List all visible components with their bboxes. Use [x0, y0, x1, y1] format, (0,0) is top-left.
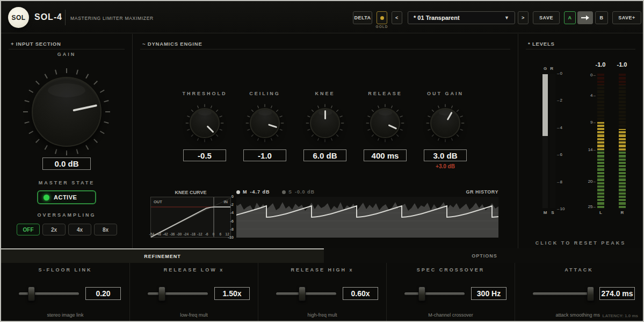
spec-crossover-slider-track[interactable]: [404, 292, 465, 295]
arrow-right-icon: [581, 15, 590, 20]
release-knob-pointer: [388, 124, 397, 130]
out-gain-knob[interactable]: [422, 100, 468, 146]
level-meter-r: [619, 73, 626, 208]
release-value[interactable]: 400 ms: [364, 149, 407, 161]
attack-slider-handle[interactable]: [587, 287, 594, 301]
release-low-slider-handle[interactable]: [158, 287, 165, 301]
reset-peaks-hint[interactable]: CLICK TO RESET PEAKS: [518, 240, 643, 246]
plugin-window: SOL SOL- 4 MASTERING LIMITER MAXIMIZER D…: [0, 0, 644, 322]
knee-knob[interactable]: [302, 100, 348, 146]
tab-options[interactable]: OPTIONS: [324, 248, 644, 263]
gr-m-tag: M: [542, 210, 548, 215]
ab-slot-a-button[interactable]: A: [564, 11, 576, 24]
s-channel-dot-icon: [282, 190, 286, 194]
ab-slot-b-button[interactable]: B: [595, 11, 608, 24]
oversampling-8x-button[interactable]: 8x: [94, 224, 117, 235]
s-channel-legend[interactable]: S -0.0 dB: [282, 189, 315, 195]
spec-crossover-value[interactable]: 300 Hz: [471, 287, 506, 300]
plugin-title: SOL-: [34, 12, 57, 22]
gain-knob-pointer: [73, 104, 97, 111]
m-channel-legend[interactable]: M -4.7 dB: [236, 189, 270, 195]
s-floor-link-value[interactable]: 0.20: [85, 287, 121, 300]
threshold-knob[interactable]: [182, 100, 228, 146]
levels-panel: * LEVELS G R 0246810 M S -1.0 -1.0 0 4 9…: [518, 34, 643, 248]
master-state-value: ACTIVE: [54, 194, 77, 201]
spec-crossover-slider-handle[interactable]: [418, 287, 425, 301]
param-label: ATTACK: [515, 267, 643, 273]
master-state-toggle[interactable]: ACTIVE: [37, 190, 96, 204]
refinement-params: S-FLOOR LINK 0.20 stereo image link RELE…: [1, 263, 643, 321]
title-divider: [65, 10, 66, 25]
param-label: RELEASE LOW x: [130, 267, 258, 273]
gain-label: GAIN: [1, 52, 132, 57]
gain-value[interactable]: 0.0 dB: [42, 158, 91, 170]
threshold-knob-pointer: [207, 125, 214, 133]
attack-value[interactable]: 274.0 ms: [599, 287, 635, 300]
gr-history-graph: [236, 197, 498, 238]
param-sublabel: high-freq mult: [258, 312, 386, 318]
s-floor-link-slider-handle[interactable]: [28, 287, 35, 301]
levels-title: * LEVELS: [528, 41, 555, 47]
m-channel-value: -4.7 dB: [250, 189, 270, 195]
gr-history-title: GR HISTORY: [445, 189, 498, 195]
gr-meter-s-bar: [550, 74, 555, 208]
ceiling-label: CEILING: [235, 91, 295, 96]
preset-next-button[interactable]: >: [518, 11, 529, 24]
delta-button[interactable]: DELTA: [353, 11, 372, 24]
lr-meter-scale: 0 4 9 14 20 25: [578, 73, 596, 208]
preset-select[interactable]: * 01 Transparent ▼: [408, 11, 515, 24]
status-dot-icon: [44, 195, 49, 201]
gr-meter-m-bar: [542, 74, 548, 208]
release-knob[interactable]: [362, 100, 408, 146]
knee-curve-x-axis: -54-48-42-36-30-24-18-12-60612: [148, 232, 231, 236]
knee-knob-pointer: [324, 110, 326, 119]
preset-prev-button[interactable]: <: [392, 11, 402, 24]
save-plus-button[interactable]: SAVE+: [612, 11, 641, 24]
out-gain-label: OUT GAIN: [415, 91, 475, 96]
oversampling-2x-button[interactable]: 2x: [42, 224, 66, 235]
m-channel-label: M: [243, 189, 248, 195]
knee-value[interactable]: 6.0 dB: [303, 149, 346, 161]
release-high-value[interactable]: 0.60x: [343, 287, 378, 300]
top-bar: SOL SOL- 4 MASTERING LIMITER MAXIMIZER D…: [1, 1, 643, 33]
s-channel-value: -0.0 dB: [295, 189, 315, 195]
ab-copy-button[interactable]: [577, 11, 593, 24]
release-high-slider-track[interactable]: [276, 292, 336, 295]
knee-curve-graph: OUT IN: [150, 197, 231, 238]
sol-logo: SOL: [8, 7, 29, 28]
release-low-value[interactable]: 1.50x: [214, 287, 250, 300]
dynamics-title: ~ DYNAMICS ENGINE: [142, 41, 202, 47]
ceiling-knob[interactable]: [242, 100, 288, 146]
gold-button[interactable]: [377, 11, 387, 24]
tab-refinement[interactable]: REFINEMENT: [1, 248, 324, 263]
svg-text:OUT: OUT: [154, 199, 162, 204]
param-s-floor-link: S-FLOOR LINK 0.20 stereo image link: [1, 263, 129, 321]
peak-value-r[interactable]: -1.0: [611, 61, 633, 68]
param-attack: ATTACK 274.0 ms attack smoothing ms LATE…: [515, 263, 643, 321]
input-section-title: + INPUT SECTION: [11, 41, 61, 47]
knee-label: KNEE: [295, 91, 355, 96]
section-divider: [140, 49, 510, 49]
peak-value-l[interactable]: -1.0: [590, 61, 611, 68]
release-high-slider-handle[interactable]: [299, 287, 306, 301]
threshold-value[interactable]: -0.5: [183, 149, 226, 161]
plugin-version: 4: [57, 12, 62, 22]
knee-curve-title: KNEE CURVE: [150, 190, 231, 195]
param-sublabel: M-channel crossover: [387, 312, 515, 318]
threshold-label: THRESHOLD: [175, 91, 235, 96]
ceiling-value[interactable]: -1.0: [243, 149, 286, 161]
out-gain-knob-pointer: [446, 111, 452, 120]
out-gain-value[interactable]: 3.0 dB: [424, 149, 467, 161]
preset-name: * 01 Transparent: [414, 15, 460, 21]
param-sublabel: stereo image link: [1, 312, 129, 318]
release-label: RELEASE: [355, 91, 415, 96]
attack-slider-track[interactable]: [533, 292, 593, 295]
release-low-slider-track[interactable]: [148, 292, 208, 295]
save-button[interactable]: SAVE: [533, 11, 560, 24]
r-meter-tag: R: [619, 210, 626, 215]
gain-knob[interactable]: [21, 66, 112, 158]
gold-label: GOLD: [374, 25, 390, 28]
param-label: RELEASE HIGH x: [258, 267, 386, 273]
oversampling-4x-button[interactable]: 4x: [68, 224, 91, 235]
oversampling-off-button[interactable]: OFF: [17, 224, 40, 235]
